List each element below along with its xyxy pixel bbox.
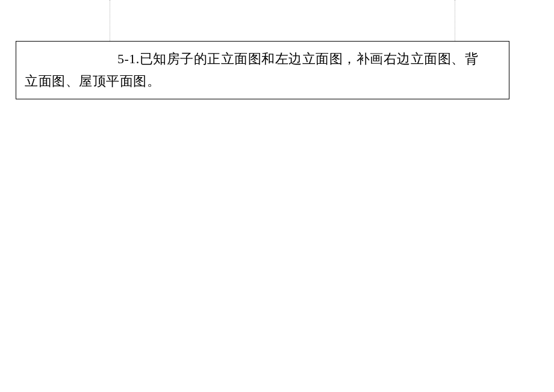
problem-statement-box: 5-1.已知房子的正立面图和左边立面图，补画右边立面图、背 立面图、屋顶平面图。 — [16, 41, 509, 99]
problem-text-line-1: 5-1.已知房子的正立面图和左边立面图，补画右边立面图、背 — [25, 48, 500, 70]
problem-text-line-2: 立面图、屋顶平面图。 — [25, 70, 500, 92]
problem-text-part-1: 已知房子的正立面图和左边立面图，补画右边立面图、背 — [140, 51, 479, 66]
page: 5-1.已知房子的正立面图和左边立面图，补画右边立面图、背 立面图、屋顶平面图。 — [0, 0, 554, 392]
problem-number: 5-1. — [117, 51, 140, 66]
